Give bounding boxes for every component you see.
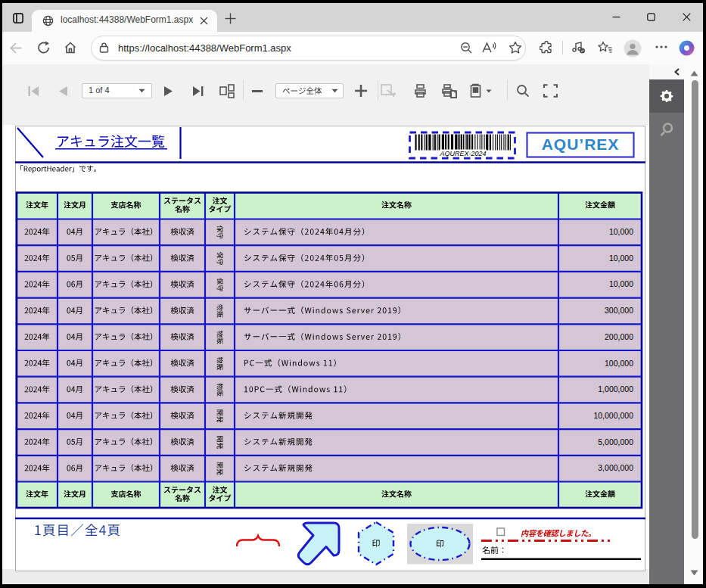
svg-text:3,000,000: 3,000,000 xyxy=(598,463,633,472)
svg-text:10,000: 10,000 xyxy=(609,227,633,236)
svg-text:AQUREX-2024: AQUREX-2024 xyxy=(439,150,486,157)
svg-text:AQU’REX: AQU’REX xyxy=(542,135,620,153)
svg-text:200,000: 200,000 xyxy=(605,332,633,341)
svg-text:10,000: 10,000 xyxy=(609,279,633,288)
svg-text:10,000,000: 10,000,000 xyxy=(593,411,633,420)
svg-text:100,000: 100,000 xyxy=(605,359,633,368)
svg-text:300,000: 300,000 xyxy=(605,306,633,315)
svg-text:10,000: 10,000 xyxy=(609,254,633,263)
svg-text:5,000,000: 5,000,000 xyxy=(598,437,633,446)
svg-text:1,000,000: 1,000,000 xyxy=(598,384,633,394)
